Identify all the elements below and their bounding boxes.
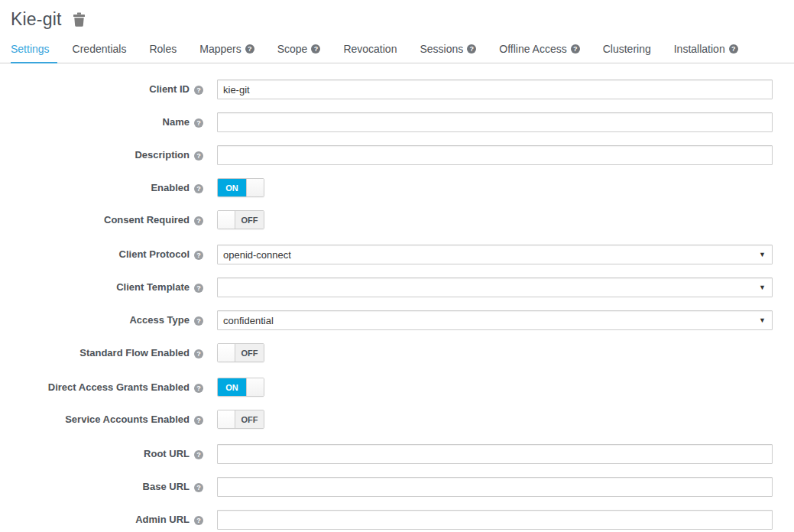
root-url-input[interactable] xyxy=(217,444,773,464)
client-tabs: SettingsCredentialsRolesMappers?Scope?Re… xyxy=(0,37,794,63)
help-icon[interactable]: ? xyxy=(194,151,203,161)
tab-label: Offline Access xyxy=(499,43,566,55)
help-icon[interactable]: ? xyxy=(467,44,476,54)
help-icon[interactable]: ? xyxy=(194,284,203,293)
page-header: Kie-git xyxy=(11,9,783,30)
field-control xyxy=(217,79,773,99)
field-label-admin-url: Admin URL? xyxy=(11,510,203,525)
enabled-toggle[interactable]: ON xyxy=(217,178,264,197)
tab-offline-access[interactable]: Offline Access? xyxy=(491,37,587,63)
form-row-admin-url: Admin URL? xyxy=(11,510,783,530)
tab-label: Revocation xyxy=(343,43,397,55)
admin-url-input[interactable] xyxy=(217,510,773,530)
form-row-access-type: Access Type?confidential▼ xyxy=(11,310,783,330)
toggle-knob xyxy=(218,344,235,362)
help-icon[interactable]: ? xyxy=(194,86,203,95)
field-label-standard-flow-enabled: Standard Flow Enabled? xyxy=(11,343,203,358)
consent-required-toggle[interactable]: OFF xyxy=(217,210,264,229)
tab-label: Clustering xyxy=(603,43,651,55)
delete-client-button[interactable] xyxy=(73,12,86,27)
access-type-select[interactable]: confidential xyxy=(217,310,773,330)
form-row-base-url: Base URL? xyxy=(11,477,783,497)
client-protocol-select[interactable]: openid-connect xyxy=(217,245,773,264)
field-control xyxy=(217,112,773,132)
field-label-enabled: Enabled? xyxy=(11,178,203,193)
help-icon[interactable]: ? xyxy=(729,44,738,54)
field-label-text: Root URL xyxy=(144,448,190,459)
form-row-client-template: Client Template?▼ xyxy=(11,277,783,297)
field-control xyxy=(217,145,773,165)
form-row-standard-flow-enabled: Standard Flow Enabled?OFF xyxy=(11,343,783,365)
client-settings-page: Kie-git SettingsCredentialsRolesMappers?… xyxy=(0,0,794,532)
field-label-text: Access Type xyxy=(129,314,190,326)
field-label-access-type: Access Type? xyxy=(11,310,203,326)
toggle-knob xyxy=(246,179,264,196)
tab-revocation[interactable]: Revocation xyxy=(335,37,404,63)
field-label-text: Consent Required xyxy=(104,214,190,225)
tab-credentials[interactable]: Credentials xyxy=(65,37,134,63)
name-input[interactable] xyxy=(217,112,773,132)
tab-roles[interactable]: Roles xyxy=(141,37,184,63)
direct-access-grants-enabled-toggle[interactable]: ON xyxy=(217,378,264,397)
field-label-text: Client ID xyxy=(149,83,190,95)
tab-scope[interactable]: Scope? xyxy=(270,37,329,63)
field-label-client-protocol: Client Protocol? xyxy=(11,245,203,260)
field-label-text: Direct Access Grants Enabled xyxy=(48,381,190,393)
help-icon[interactable]: ? xyxy=(245,44,254,54)
tab-mappers[interactable]: Mappers? xyxy=(192,37,261,63)
field-label-text: Client Protocol xyxy=(119,248,190,260)
toggle-state-label: ON xyxy=(218,179,246,196)
form-row-client-protocol: Client Protocol?openid-connect▼ xyxy=(11,245,783,264)
tab-sessions[interactable]: Sessions? xyxy=(412,37,484,63)
help-icon[interactable]: ? xyxy=(194,251,203,260)
field-label-client-template: Client Template? xyxy=(11,277,203,293)
field-control: confidential▼ xyxy=(217,310,773,330)
help-icon[interactable]: ? xyxy=(194,184,203,193)
field-label-service-accounts-enabled: Service Accounts Enabled? xyxy=(11,410,203,425)
toggle-state-label: OFF xyxy=(235,344,264,362)
form-row-client-id: Client ID? xyxy=(11,79,783,99)
form-row-consent-required: Consent Required?OFF xyxy=(11,210,783,232)
tab-label: Credentials xyxy=(73,43,127,55)
field-label-name: Name? xyxy=(11,112,203,128)
field-label-text: Standard Flow Enabled xyxy=(79,347,190,358)
standard-flow-enabled-toggle[interactable]: OFF xyxy=(217,343,264,362)
toggle-state-label: ON xyxy=(218,378,246,396)
trash-icon xyxy=(73,18,86,29)
help-icon[interactable]: ? xyxy=(194,483,203,492)
help-icon[interactable]: ? xyxy=(311,44,320,54)
client-template-select[interactable] xyxy=(217,277,773,297)
help-icon[interactable]: ? xyxy=(194,384,203,393)
field-control xyxy=(217,510,773,530)
help-icon[interactable]: ? xyxy=(194,516,203,525)
tab-label: Installation xyxy=(674,43,725,55)
field-label-direct-access-grants-enabled: Direct Access Grants Enabled? xyxy=(11,378,203,393)
help-icon[interactable]: ? xyxy=(194,349,203,358)
form-row-description: Description? xyxy=(11,145,783,165)
tab-label: Sessions xyxy=(420,43,463,55)
description-input[interactable] xyxy=(217,145,773,165)
form-row-root-url: Root URL? xyxy=(11,444,783,464)
service-accounts-enabled-toggle[interactable]: OFF xyxy=(217,410,264,429)
field-control: OFF xyxy=(217,343,773,365)
help-icon[interactable]: ? xyxy=(194,450,203,459)
help-icon[interactable]: ? xyxy=(194,216,203,225)
toggle-knob xyxy=(218,211,235,229)
help-icon[interactable]: ? xyxy=(194,118,203,128)
base-url-input[interactable] xyxy=(217,477,773,497)
toggle-knob xyxy=(246,378,264,396)
help-icon[interactable]: ? xyxy=(571,44,580,54)
tab-clustering[interactable]: Clustering xyxy=(595,37,659,63)
tab-installation[interactable]: Installation? xyxy=(666,37,746,63)
tab-settings[interactable]: Settings xyxy=(11,37,57,63)
help-icon[interactable]: ? xyxy=(194,416,203,425)
field-label-root-url: Root URL? xyxy=(11,444,203,459)
form-row-service-accounts-enabled: Service Accounts Enabled?OFF xyxy=(11,410,783,431)
field-control xyxy=(217,444,773,464)
field-control: ON xyxy=(217,378,773,397)
client-id-input[interactable] xyxy=(217,79,773,99)
field-label-text: Client Template xyxy=(116,281,190,293)
tab-label: Mappers xyxy=(199,43,241,55)
field-label-base-url: Base URL? xyxy=(11,477,203,492)
help-icon[interactable]: ? xyxy=(194,316,203,326)
